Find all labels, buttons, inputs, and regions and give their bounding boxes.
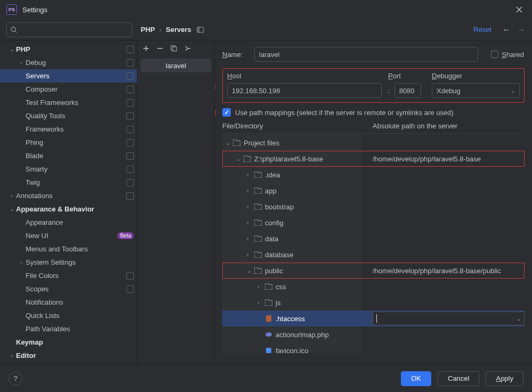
remove-button[interactable] (156, 44, 164, 53)
sidebar-item[interactable]: Quick Lists (0, 309, 137, 322)
folder-row[interactable]: ›.idea (222, 167, 525, 183)
sidebar-item[interactable]: Servers (0, 69, 137, 83)
sidebar-item[interactable]: ›Annotations (0, 189, 137, 202)
file-name: bootstrap (265, 203, 294, 211)
folder-row[interactable]: ›bootstrap (222, 199, 525, 215)
chevron-right-icon: › (17, 259, 26, 265)
port-input[interactable] (394, 83, 421, 98)
svg-point-0 (11, 27, 15, 31)
nav-back-button[interactable]: ← (502, 25, 511, 35)
server-list-toolbar (138, 40, 214, 56)
file-name: Z:\php\laravel5.8-base (254, 155, 323, 163)
sidebar-item[interactable]: ›Debug (0, 56, 137, 69)
sidebar-item[interactable]: Path Variables (0, 322, 137, 336)
sidebar-item[interactable]: Scopes (0, 282, 137, 296)
file-row[interactable]: .htaccess⌄ (222, 311, 525, 326)
add-button[interactable] (142, 44, 150, 53)
absolute-path-input[interactable]: ⌄ (373, 312, 525, 325)
pathmap-checkbox[interactable]: ✓ (222, 108, 231, 117)
chevron-down-icon: ⌄ (517, 316, 521, 322)
file-name: actionurlmap.php (276, 331, 329, 339)
chevron-right-icon: › (247, 188, 253, 194)
sidebar-item[interactable]: Quality Tools (0, 109, 137, 123)
sidebar-item[interactable]: Menus and Toolbars (0, 242, 137, 256)
file-name: css (276, 283, 286, 291)
sidebar-item[interactable]: ⌄Appearance & Behavior (0, 202, 137, 216)
sidebar-item[interactable]: Composer (0, 83, 137, 96)
folder-row[interactable]: ⌄Z:\php\laravel5.8-base/home/develop/php… (222, 151, 525, 167)
absolute-path[interactable]: /home/develop/php/laravel5.8-base (373, 155, 481, 163)
scope-icon (126, 192, 134, 200)
scope-icon (126, 59, 134, 67)
window-title: Settings (22, 6, 47, 14)
collapse-icon[interactable] (197, 27, 204, 33)
sidebar-item-label: New UI (26, 232, 114, 240)
host-input[interactable] (227, 83, 382, 98)
breadcrumb-item[interactable]: PHP (141, 26, 155, 34)
name-input[interactable] (254, 47, 478, 62)
file-row[interactable]: actionurlmap.php (222, 326, 525, 342)
folder-row[interactable]: ⌄public/home/develop/php/laravel5.8-base… (222, 263, 525, 279)
chevron-down-icon: ⌄ (225, 140, 232, 146)
sidebar-item[interactable]: Blade (0, 149, 137, 162)
folder-row[interactable]: ⌄Project files (222, 135, 525, 151)
cancel-button[interactable]: Cancel (438, 371, 479, 386)
folder-icon (244, 156, 251, 162)
search-box[interactable] (6, 22, 132, 37)
sidebar-item[interactable]: Appearance (0, 216, 137, 229)
map-table-header: File/Directory Absolute path on the serv… (222, 122, 525, 134)
sidebar-item[interactable]: ›Editor (0, 349, 137, 362)
absolute-path[interactable]: /home/develop/php/laravel5.8-base/public (373, 267, 501, 275)
close-button[interactable] (513, 3, 526, 16)
sidebar-item[interactable]: Notifications (0, 296, 137, 309)
sidebar-item[interactable]: ⌄PHP (0, 43, 137, 56)
folder-row[interactable]: ›js (222, 295, 525, 311)
server-list-item[interactable]: laravel (141, 59, 211, 72)
svg-rect-5 (266, 315, 271, 322)
help-button[interactable]: ? (9, 372, 22, 386)
sidebar-item[interactable]: File Colors (0, 269, 137, 282)
folder-row[interactable]: ›app (222, 183, 525, 199)
chevron-right-icon: › (257, 284, 264, 290)
sidebar-item[interactable]: Phing (0, 136, 137, 149)
sidebar-item[interactable]: New UIBeta (0, 229, 137, 242)
folder-row[interactable]: ›database (222, 247, 525, 263)
nav-forward-button[interactable]: → (517, 25, 526, 35)
ok-button[interactable]: OK (401, 371, 431, 386)
sidebar-item[interactable]: Keymap (0, 336, 137, 349)
folder-icon (254, 219, 262, 226)
sidebar-item[interactable]: Frameworks (0, 123, 137, 136)
sidebar-item[interactable]: Test Frameworks (0, 96, 137, 109)
chevron-right-icon: › (247, 252, 253, 258)
copy-button[interactable] (170, 44, 178, 53)
chevron-down-icon: ⌄ (247, 268, 253, 274)
file-row[interactable]: favicon.ico (222, 342, 525, 353)
close-icon (515, 6, 523, 13)
svg-rect-2 (197, 27, 200, 32)
search-input[interactable] (20, 26, 128, 34)
debugger-label: Debugger (432, 72, 520, 80)
debugger-select[interactable]: Xdebug ⌄ (432, 83, 520, 98)
sidebar-item[interactable]: Smarty (0, 162, 137, 176)
breadcrumb-separator: › (159, 26, 162, 34)
sidebar-item-label: Phing (26, 138, 126, 146)
folder-icon (254, 251, 262, 258)
sidebar-item[interactable]: Twig (0, 176, 137, 189)
path-mapping-tree[interactable]: ⌄Project files⌄Z:\php\laravel5.8-base/ho… (222, 135, 525, 353)
import-button[interactable] (183, 44, 192, 53)
settings-tree[interactable]: ⌄PHP›DebugServersComposerTest Frameworks… (0, 40, 138, 364)
file-name: public (265, 267, 283, 275)
chevron-right-icon: › (7, 193, 16, 199)
apply-button[interactable]: Apply (486, 371, 523, 386)
sidebar-item-label: Twig (26, 178, 126, 186)
reset-link[interactable]: Reset (473, 26, 491, 34)
colon-separator: : (388, 87, 390, 95)
body: ⌄PHP›DebugServersComposerTest Frameworks… (0, 40, 532, 364)
shared-checkbox[interactable]: Shared (491, 51, 524, 59)
folder-row[interactable]: ›css (222, 279, 525, 295)
beta-badge: Beta (117, 232, 134, 239)
folder-row[interactable]: ›config (222, 215, 525, 231)
sidebar-item[interactable]: ›System Settings (0, 256, 137, 269)
breadcrumb-item[interactable]: Servers (166, 26, 191, 34)
folder-row[interactable]: ›data (222, 231, 525, 247)
